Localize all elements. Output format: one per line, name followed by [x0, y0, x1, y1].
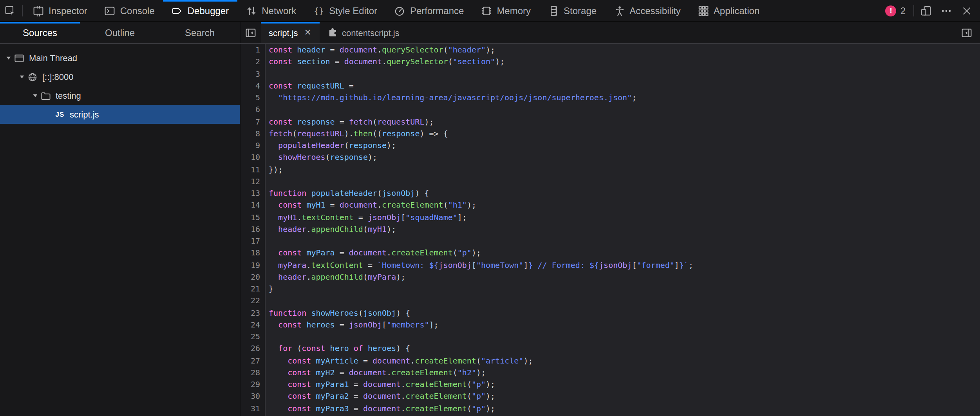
- sidebar-tab-search[interactable]: Search: [160, 22, 240, 43]
- line-number[interactable]: 16: [240, 223, 260, 235]
- devtools-toolbar: InspectorConsoleDebuggerNetwork{}Style E…: [0, 0, 980, 22]
- line-number[interactable]: 27: [240, 355, 260, 367]
- line-number[interactable]: 29: [240, 378, 260, 391]
- code-line[interactable]: const myPara2 = document.createElement("…: [269, 391, 980, 403]
- line-number[interactable]: 15: [240, 211, 260, 223]
- sidebar-tab-outline[interactable]: Outline: [80, 22, 160, 43]
- code-content[interactable]: const header = document.querySelector("h…: [266, 44, 980, 416]
- line-number[interactable]: 19: [240, 259, 260, 271]
- line-number[interactable]: 17: [240, 235, 260, 247]
- line-number[interactable]: 26: [240, 343, 260, 355]
- line-number[interactable]: 12: [240, 175, 260, 188]
- line-number[interactable]: 14: [240, 199, 260, 212]
- line-number[interactable]: 11: [240, 163, 260, 175]
- code-line[interactable]: const myH2 = document.createElement("h2"…: [269, 367, 980, 379]
- code-line[interactable]: const myPara = document.createElement("p…: [269, 247, 980, 259]
- source-tabs: script.js✕contentscript.js: [261, 22, 407, 43]
- code-line[interactable]: showHeroes(response);: [269, 152, 980, 164]
- expand-arrow-icon[interactable]: [3, 55, 14, 61]
- code-line[interactable]: const requestURL =: [269, 80, 980, 92]
- devtools-tab-console[interactable]: Console: [96, 0, 163, 21]
- devtools-tab-performance[interactable]: Performance: [386, 0, 472, 21]
- line-number[interactable]: 30: [240, 391, 260, 403]
- line-number[interactable]: 25: [240, 331, 260, 343]
- devtools-tab-storage[interactable]: Storage: [539, 0, 605, 21]
- code-line[interactable]: myH1.textContent = jsonObj["squadName"];: [269, 211, 980, 223]
- code-line[interactable]: [269, 295, 980, 307]
- line-number[interactable]: 2: [240, 56, 260, 68]
- code-line[interactable]: [269, 331, 980, 343]
- code-line[interactable]: myPara.textContent = `Hometown: ${jsonOb…: [269, 259, 980, 271]
- code-line[interactable]: [269, 235, 980, 247]
- code-line[interactable]: fetch(requestURL).then((response) => {: [269, 128, 980, 140]
- line-number[interactable]: 22: [240, 295, 260, 307]
- line-number[interactable]: 9: [240, 139, 260, 152]
- code-line[interactable]: const response = fetch(requestURL);: [269, 116, 980, 128]
- code-line[interactable]: function populateHeader(jsonObj) {: [269, 187, 980, 199]
- sidebar-tab-sources[interactable]: Sources: [0, 22, 80, 43]
- meatball-menu-icon: [941, 5, 952, 16]
- tree-item-script-js[interactable]: JSscript.js: [0, 105, 240, 124]
- line-number[interactable]: 6: [240, 104, 260, 116]
- collapse-right-panel-button[interactable]: [956, 22, 977, 43]
- element-picker-button[interactable]: [0, 0, 20, 21]
- expand-arrow-icon[interactable]: [16, 74, 27, 80]
- code-line[interactable]: const heroes = jsonObj["members"];: [269, 319, 980, 331]
- error-count-button[interactable]: ! 2: [879, 0, 912, 21]
- devtools-tab-memory[interactable]: Memory: [472, 0, 539, 21]
- devtools-tab-accessibility[interactable]: Accessibility: [605, 0, 689, 21]
- code-line[interactable]: const header = document.querySelector("h…: [269, 44, 980, 56]
- line-number[interactable]: 24: [240, 319, 260, 331]
- line-number[interactable]: 8: [240, 128, 260, 140]
- close-button[interactable]: [956, 0, 977, 21]
- code-line[interactable]: [269, 175, 980, 188]
- code-line[interactable]: header.appendChild(myH1);: [269, 223, 980, 235]
- line-number[interactable]: 31: [240, 402, 260, 414]
- source-tab-contentscript-js[interactable]: contentscript.js: [319, 22, 407, 43]
- line-number[interactable]: 13: [240, 187, 260, 199]
- code-line[interactable]: }: [269, 283, 980, 295]
- tree-item-testing[interactable]: testing: [0, 86, 240, 105]
- line-number[interactable]: 20: [240, 271, 260, 283]
- line-number[interactable]: 21: [240, 283, 260, 295]
- tree-item-main-thread[interactable]: Main Thread: [0, 49, 240, 67]
- js-file-icon: JS: [54, 110, 66, 118]
- code-line[interactable]: });: [269, 163, 980, 175]
- devtools-tab-style-editor[interactable]: {}Style Editor: [305, 0, 386, 21]
- line-number[interactable]: 5: [240, 92, 260, 104]
- code-line[interactable]: header.appendChild(myPara);: [269, 271, 980, 283]
- line-number[interactable]: 23: [240, 307, 260, 319]
- line-number[interactable]: 7: [240, 116, 260, 128]
- close-tab-icon[interactable]: ✕: [303, 27, 311, 38]
- line-number[interactable]: 1: [240, 44, 260, 56]
- devtools-tab-debugger[interactable]: Debugger: [163, 0, 237, 21]
- line-number[interactable]: 28: [240, 367, 260, 379]
- responsive-design-button[interactable]: [916, 0, 936, 21]
- code-line[interactable]: [269, 68, 980, 80]
- line-number[interactable]: 4: [240, 80, 260, 92]
- source-tab-script-js[interactable]: script.js✕: [261, 22, 319, 43]
- code-line[interactable]: populateHeader(response);: [269, 139, 980, 152]
- performance-icon: [394, 5, 405, 16]
- tree-item--8000[interactable]: [::]:8000: [0, 67, 240, 86]
- meatball-menu-button[interactable]: [936, 0, 956, 21]
- code-line[interactable]: const myH1 = document.createElement("h1"…: [269, 199, 980, 212]
- line-number[interactable]: 18: [240, 247, 260, 259]
- code-line[interactable]: const myPara1 = document.createElement("…: [269, 378, 980, 391]
- code-line[interactable]: const myArticle = document.createElement…: [269, 355, 980, 367]
- code-line[interactable]: const myPara3 = document.createElement("…: [269, 402, 980, 414]
- code-line[interactable]: function showHeroes(jsonObj) {: [269, 307, 980, 319]
- devtools-tab-inspector[interactable]: Inspector: [24, 0, 96, 21]
- expand-arrow-icon[interactable]: [30, 92, 41, 99]
- devtools-tab-network[interactable]: Network: [237, 0, 305, 21]
- code-line[interactable]: "https://mdn.github.io/learning-area/jav…: [269, 92, 980, 104]
- tab-label: Performance: [410, 5, 464, 16]
- code-line[interactable]: const section = document.querySelector("…: [269, 56, 980, 68]
- tab-label: Console: [120, 5, 155, 16]
- devtools-tab-application[interactable]: Application: [689, 0, 768, 21]
- line-number[interactable]: 3: [240, 68, 260, 80]
- code-line[interactable]: [269, 104, 980, 116]
- line-number[interactable]: 10: [240, 152, 260, 164]
- collapse-left-panel-button[interactable]: [240, 22, 261, 43]
- code-line[interactable]: for (const hero of heroes) {: [269, 343, 980, 355]
